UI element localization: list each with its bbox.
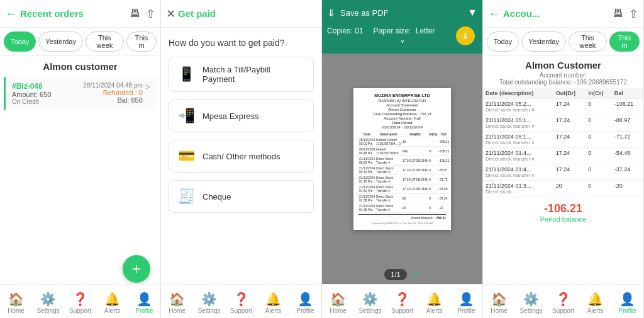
nav3-support[interactable]: ❓ Support [386,285,418,318]
nav-alerts[interactable]: 🔔 Alerts [96,285,128,318]
download-icon: ⇓ [327,7,335,19]
settings-icon-2: ⚙️ [201,292,217,307]
back-icon-4[interactable]: ← [488,6,501,21]
filter-this-week[interactable]: This week [86,31,124,52]
filter-yesterday[interactable]: Yesterday [38,31,83,52]
doc-balance: Total Outstanding Balance: -756.21 [358,112,446,116]
account-section: Almon Customer Account number: Total out… [483,56,643,318]
doc-date-period: Data Period [358,121,446,125]
download-fab-icon: ⇓ [462,31,469,41]
panel1-title: Recent orders [20,8,125,19]
pay-mpesa-option[interactable]: 📲 Mpesa Express [169,99,314,132]
print-icon-4[interactable]: 🖶 [613,7,624,20]
copies-label: Copies: 01 [327,26,363,35]
doc-hq: NAIROBI HQ INTEGRATED [358,99,446,103]
customer-name: Almon customer [0,56,160,74]
nav-home[interactable]: 🏠 Home [0,285,32,318]
nav4-support[interactable]: ❓ Support [547,285,579,318]
profile-icon-3: 👤 [458,292,474,307]
doc-date-range: 01/01/2024 - 10/12/2024 [358,125,446,129]
nav-support[interactable]: ❓ Support [64,285,96,318]
get-paid-question: How do you want to get paid? [161,28,321,53]
profile-icon-2: 👤 [297,292,313,307]
filter4-yesterday[interactable]: Yesterday [521,31,566,52]
panel2-header: ✕ Get paid [161,0,321,28]
col-bal: Bal [612,88,643,99]
doc-company: MUZINA ENTERPRISE LTD [358,93,446,98]
home-icon-3: 🏠 [330,292,346,307]
filter4-today[interactable]: Today [487,31,519,52]
order-balance: Bal: 650 [83,96,143,104]
nav3-alerts[interactable]: 🔔 Alerts [418,285,450,318]
table-row: 21/11/2024 05:1...Direct stock transfer … [483,132,643,148]
nav4-settings[interactable]: ⚙️ Settings [515,285,547,318]
support-icon: ❓ [72,292,88,307]
col-date: Date (description) [483,88,553,99]
till-label: Match a Till/Paybill Payment [203,65,304,84]
chevron-down-icon[interactable]: ˅ [400,40,405,50]
cheque-icon: 🧾 [178,188,195,205]
nav2-settings[interactable]: ⚙️ Settings [193,285,225,318]
filter4-this-week[interactable]: This week [569,31,607,52]
order-refunded: Refunded : 0 [83,89,143,96]
support-icon-4: ❓ [555,292,571,307]
panel2-title: Get paid [178,8,316,19]
paper-size-label: Paper size: Letter [373,26,435,35]
cash-icon: 💳 [178,148,195,164]
add-order-button[interactable]: + [123,255,150,283]
bottom-nav-4: 🏠 Home ⚙️ Settings ❓ Support 🔔 Alerts 👤 … [483,284,643,318]
pdf-more-icon[interactable]: ▼ [467,7,477,18]
filter-this-month[interactable]: This m [126,31,157,52]
cash-label: Cash/ Other methods [203,152,280,161]
share-icon[interactable]: ⇧ [146,7,155,21]
share-icon-4[interactable]: ⇧ [629,7,638,21]
support-icon-2: ❓ [233,292,249,307]
profile-icon: 👤 [136,292,152,307]
doc-statement-label: Account Statement [358,103,446,107]
pay-till-option[interactable]: 📱 Match a Till/Paybill Payment [169,57,314,92]
table-row: 21/11/2024 01:3...Direct stock...200-20 [483,181,643,197]
table-row: 21/11/2024 01:4...Direct stock transfer … [483,164,643,181]
order-on-credit: On Credit [12,98,83,105]
account-balance-label: Total outstanding balance: -106.20689655… [483,79,643,86]
table-row: 21/11/2024 05:1...Direct stock transfer … [483,115,643,132]
filter-today[interactable]: Today [4,31,36,52]
order-item[interactable]: #Biz-046 Amount: 650 On Credit 28/11/202… [4,77,157,110]
bottom-nav-2: 🏠 Home ⚙️ Settings ❓ Support 🔔 Alerts 👤 … [161,284,321,318]
cheque-label: Cheque [203,192,231,202]
panel4-title: Accou... [503,8,608,19]
nav2-home[interactable]: 🏠 Home [161,285,193,318]
filter4-this-month[interactable]: This m [609,31,640,52]
filter-row: Today Yesterday This week This m [0,28,160,56]
alerts-icon: 🔔 [104,292,120,307]
nav2-support[interactable]: ❓ Support [225,285,257,318]
doc-footer: Prepared By BUKI POS on Tue, Dec 10, 202… [358,222,446,225]
yellow-fab-button[interactable]: ⇓ [456,26,475,45]
nav4-home[interactable]: 🏠 Home [483,285,515,318]
panel-get-paid: ✕ Get paid How do you want to get paid? … [161,0,322,318]
nav3-profile[interactable]: 👤 Profile [450,285,482,318]
nav2-alerts[interactable]: 🔔 Alerts [257,285,289,318]
nav4-alerts[interactable]: 🔔 Alerts [579,285,611,318]
close-icon[interactable]: ✕ [166,7,175,21]
nav4-profile[interactable]: 👤 Profile [611,285,643,318]
pdf-bottom-bar: 1/1 ✓ [322,264,482,284]
pay-cheque-option[interactable]: 🧾 Cheque [169,180,314,213]
pay-cash-option[interactable]: 💳 Cash/ Other methods [169,140,314,173]
panel-recent-orders: ← Recent orders 🖶 ⇧ Today Yesterday This… [0,0,161,318]
account-customer-name: Almon Customer [483,56,643,72]
nav-settings[interactable]: ⚙️ Settings [32,285,64,318]
panel4-header: ← Accou... 🖶 ⇧ [483,0,643,28]
doc-account-number: Account Number: Null [358,116,446,120]
nav3-settings[interactable]: ⚙️ Settings [354,285,386,318]
pdf-title: Save as PDF [340,8,462,18]
back-icon[interactable]: ← [5,6,18,21]
print-icon[interactable]: 🖶 [130,7,141,20]
nav-profile[interactable]: 👤 Profile [128,285,160,318]
alerts-icon-4: 🔔 [587,292,603,307]
nav3-home[interactable]: 🏠 Home [322,285,354,318]
home-icon: 🏠 [8,292,24,307]
period-balance-label: Period balance [486,215,641,223]
table-row: 21/11/2024 05:2...Direct stock transfer … [483,99,643,115]
nav2-profile[interactable]: 👤 Profile [289,285,321,318]
